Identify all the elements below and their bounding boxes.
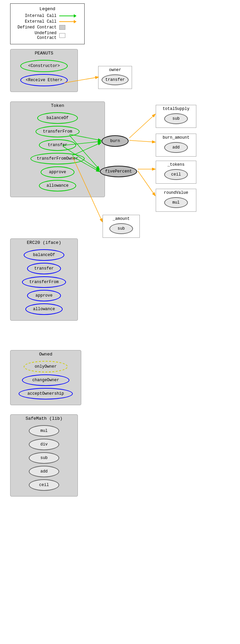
token-approve[interactable]: approve (41, 166, 74, 178)
legend-defined-contract: Defined Contract (16, 25, 79, 30)
erc20-transfer[interactable]: transfer (27, 263, 61, 274)
peanuts-box: PEANUTS <Constructor> <Receive Ether> (10, 49, 78, 92)
legend-undefined-rect (59, 33, 65, 38)
burn-amount-title: burn_amount (159, 135, 193, 140)
erc20-allowance[interactable]: allowance (25, 303, 63, 315)
arrow-burn-to-total-supply (129, 114, 155, 138)
token-transfer-from-owner[interactable]: transferFromOwner (30, 153, 85, 164)
peanuts-constructor[interactable]: <Constructor> (20, 60, 68, 72)
owner-transfer-ellipse[interactable]: transfer (102, 74, 129, 85)
token-five-percent[interactable]: fivePercent (100, 166, 137, 177)
legend-defined-rect (59, 25, 65, 30)
erc20-balance-of[interactable]: balanceOf (24, 249, 64, 261)
tokens-ceil[interactable]: ceil (164, 169, 188, 180)
token-allowance[interactable]: allowance (39, 180, 76, 191)
owned-box: Owned onlyOwner changeOwner acceptOwners… (10, 350, 81, 405)
legend-undefined-contract: Undefined Contract (16, 31, 79, 40)
arrow-fp-to-round-value (138, 171, 155, 196)
legend-title: Legend (16, 6, 79, 12)
token-burn[interactable]: burn (102, 135, 129, 147)
legend-internal-call-label: Internal Call (16, 14, 57, 18)
legend-external-call: External Call (16, 19, 79, 24)
amount-sub[interactable]: sub (109, 223, 133, 234)
safemath-ceil[interactable]: ceil (29, 479, 59, 491)
peanuts-title: PEANUTS (10, 49, 78, 58)
burn-amount-add[interactable]: add (164, 142, 188, 153)
legend-undefined-label: Undefined Contract (16, 31, 57, 40)
tokens-box: _tokens ceil (156, 161, 196, 184)
safemath-sub[interactable]: sub (29, 452, 59, 464)
legend-external-call-label: External Call (16, 19, 57, 24)
token-transfer[interactable]: transfer (39, 139, 76, 151)
peanuts-receive-ether[interactable]: <Receive Ether> (20, 74, 68, 86)
erc20-box: ERC20 (iface) balanceOf transfer transfe… (10, 238, 78, 321)
erc20-title: ERC20 (iface) (10, 239, 78, 247)
amount-title: _amount (106, 216, 137, 221)
legend-defined-label: Defined Contract (16, 25, 57, 30)
erc20-approve[interactable]: approve (27, 290, 61, 301)
safemath-box: SafeMath (lib) mul div sub add ceil (10, 414, 78, 497)
total-supply-sub[interactable]: sub (164, 113, 188, 124)
owner-box: owner transfer (98, 66, 132, 89)
amount-box: _amount sub (103, 215, 140, 238)
legend-internal-call: Internal Call (16, 14, 79, 18)
safemath-div[interactable]: div (29, 439, 59, 450)
token-title: Token (10, 102, 105, 110)
tokens-title: _tokens (159, 162, 193, 167)
owned-accept-ownership[interactable]: acceptOwnership (19, 388, 73, 399)
legend-internal-line (59, 16, 76, 16)
owner-box-title: owner (101, 68, 129, 72)
owned-change-owner[interactable]: changeOwner (22, 374, 69, 386)
burn-amount-box: burn_amount add (156, 134, 196, 157)
erc20-transfer-from[interactable]: transferFrom (22, 276, 66, 288)
legend-external-line (59, 21, 76, 22)
legend-box: Legend Internal Call External Call Defin… (10, 3, 85, 44)
safemath-mul[interactable]: mul (29, 425, 59, 437)
total-supply-box: totalSupply sub (156, 105, 196, 128)
diagram-container: Legend Internal Call External Call Defin… (0, 0, 240, 644)
token-box: Token balanceOf transferFrom transfer tr… (10, 101, 105, 197)
owned-title: Owned (10, 350, 81, 359)
token-balance-of[interactable]: balanceOf (37, 112, 78, 124)
arrow-burn-to-burn-amount (129, 140, 155, 142)
round-value-mul[interactable]: mul (164, 197, 188, 208)
round-value-title: roundValue (159, 190, 193, 195)
safemath-add[interactable]: add (29, 466, 59, 477)
owned-only-owner[interactable]: onlyOwner (24, 361, 68, 372)
round-value-box: roundValue mul (156, 189, 196, 212)
total-supply-title: totalSupply (159, 107, 193, 111)
safemath-title: SafeMath (lib) (10, 415, 78, 423)
arrows-svg (0, 0, 240, 644)
token-transfer-from[interactable]: transferFrom (36, 126, 80, 137)
